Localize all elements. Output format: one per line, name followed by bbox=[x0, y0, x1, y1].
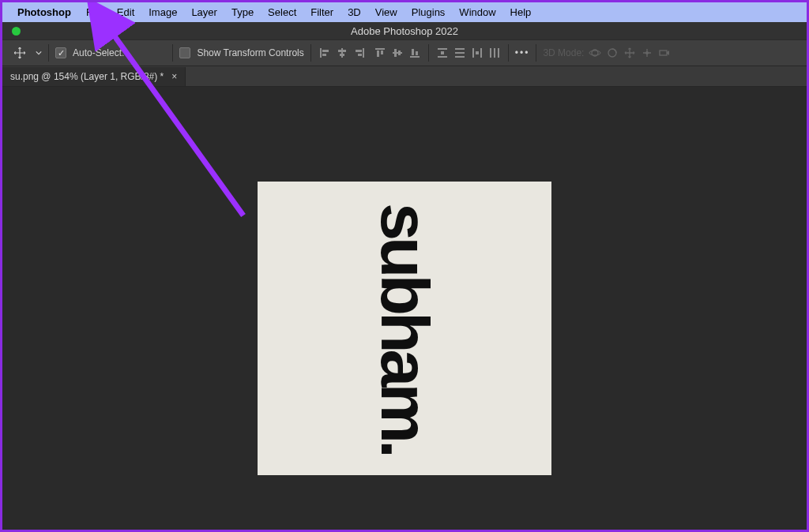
menu-help[interactable]: Help bbox=[503, 6, 539, 18]
svg-rect-19 bbox=[438, 56, 447, 58]
3d-pan-icon bbox=[623, 47, 636, 59]
options-bar: Auto-Select: Show Transform Controls •••… bbox=[2, 39, 807, 66]
move-tool-icon[interactable] bbox=[10, 43, 29, 62]
svg-rect-22 bbox=[455, 52, 465, 54]
document-tab[interactable]: su.png @ 154% (Layer 1, RGB/8#) * × bbox=[2, 67, 186, 86]
align-vcenter-icon[interactable] bbox=[390, 46, 404, 60]
svg-rect-8 bbox=[358, 54, 362, 56]
3d-camera-icon bbox=[658, 47, 671, 59]
menu-file[interactable]: File bbox=[79, 6, 110, 18]
svg-rect-16 bbox=[412, 49, 414, 55]
svg-rect-13 bbox=[394, 49, 397, 57]
svg-point-31 bbox=[589, 51, 600, 55]
3d-mode-label: 3D Mode: bbox=[543, 47, 584, 58]
document-tab-label: su.png @ 154% (Layer 1, RGB/8#) * bbox=[10, 71, 164, 82]
3d-mode-group: 3D Mode: bbox=[543, 47, 671, 59]
divider bbox=[508, 44, 509, 62]
svg-rect-15 bbox=[410, 56, 420, 58]
svg-rect-11 bbox=[381, 51, 383, 54]
menu-view[interactable]: View bbox=[368, 6, 404, 18]
divider bbox=[48, 44, 49, 62]
divider bbox=[428, 44, 429, 62]
divider bbox=[536, 44, 536, 62]
distribute-left-icon[interactable] bbox=[487, 46, 502, 60]
align-bottom-icon[interactable] bbox=[408, 46, 422, 60]
svg-rect-4 bbox=[338, 50, 346, 52]
svg-rect-24 bbox=[472, 48, 474, 58]
menu-type[interactable]: Type bbox=[224, 6, 261, 18]
menu-layer[interactable]: Layer bbox=[184, 6, 224, 18]
svg-rect-21 bbox=[455, 48, 465, 50]
document-tabbar: su.png @ 154% (Layer 1, RGB/8#) * × bbox=[2, 66, 807, 87]
menu-app[interactable]: Photoshop bbox=[10, 6, 79, 18]
show-transform-checkbox[interactable] bbox=[179, 47, 190, 58]
svg-rect-12 bbox=[393, 52, 402, 54]
tool-dropdown-caret[interactable] bbox=[36, 50, 42, 56]
svg-rect-3 bbox=[341, 48, 343, 58]
svg-rect-26 bbox=[476, 51, 479, 54]
distribute-top-icon[interactable] bbox=[435, 46, 450, 60]
align-group-2 bbox=[373, 46, 422, 60]
menu-image[interactable]: Image bbox=[141, 6, 184, 18]
distribute-vcenter-icon[interactable] bbox=[453, 46, 467, 60]
align-top-icon[interactable] bbox=[373, 46, 387, 60]
svg-rect-34 bbox=[660, 51, 667, 55]
window-title: Adobe Photoshop 2022 bbox=[351, 25, 458, 37]
align-group-1 bbox=[318, 46, 367, 60]
svg-rect-14 bbox=[398, 51, 401, 55]
svg-rect-18 bbox=[438, 48, 447, 50]
menu-select[interactable]: Select bbox=[261, 6, 303, 18]
svg-rect-20 bbox=[441, 51, 444, 54]
workspace[interactable]: subham. bbox=[5, 87, 804, 527]
svg-rect-7 bbox=[356, 50, 362, 52]
menu-filter[interactable]: Filter bbox=[303, 6, 341, 18]
align-left-icon[interactable] bbox=[318, 46, 332, 60]
auto-select-checkbox[interactable] bbox=[55, 47, 66, 58]
canvas-text: subham. bbox=[366, 203, 444, 455]
svg-point-33 bbox=[645, 51, 649, 54]
divider bbox=[172, 44, 173, 62]
menu-3d[interactable]: 3D bbox=[341, 6, 368, 18]
menu-plugins[interactable]: Plugins bbox=[404, 6, 453, 18]
align-hcenter-icon[interactable] bbox=[335, 46, 349, 60]
svg-rect-2 bbox=[322, 54, 326, 56]
tab-close-icon[interactable]: × bbox=[171, 71, 177, 82]
svg-rect-17 bbox=[416, 51, 418, 55]
distribute-bottom-icon[interactable] bbox=[470, 46, 484, 60]
menu-edit[interactable]: Edit bbox=[110, 6, 141, 18]
3d-slide-icon bbox=[641, 47, 653, 59]
svg-rect-1 bbox=[322, 50, 329, 52]
3d-roll-icon bbox=[606, 47, 619, 59]
svg-rect-5 bbox=[340, 54, 344, 56]
show-transform-label: Show Transform Controls bbox=[197, 47, 303, 58]
svg-rect-25 bbox=[480, 48, 482, 58]
svg-rect-0 bbox=[320, 48, 322, 58]
menu-window[interactable]: Window bbox=[452, 6, 502, 18]
svg-rect-6 bbox=[363, 48, 364, 58]
3d-orbit-icon bbox=[589, 47, 601, 59]
more-options-icon[interactable]: ••• bbox=[515, 47, 530, 58]
align-right-icon[interactable] bbox=[352, 46, 367, 60]
auto-select-label: Auto-Select: bbox=[73, 47, 124, 58]
svg-rect-10 bbox=[377, 51, 379, 57]
divider bbox=[310, 44, 311, 62]
menubar: Photoshop File Edit Image Layer Type Sel… bbox=[2, 2, 807, 22]
svg-rect-27 bbox=[490, 48, 491, 58]
svg-rect-28 bbox=[494, 48, 495, 58]
canvas[interactable]: subham. bbox=[258, 182, 551, 475]
distribute-group bbox=[435, 46, 502, 60]
svg-rect-9 bbox=[375, 48, 385, 50]
window-titlebar: Adobe Photoshop 2022 bbox=[2, 22, 807, 39]
traffic-light-green[interactable] bbox=[12, 27, 21, 36]
svg-rect-29 bbox=[498, 48, 499, 58]
svg-rect-23 bbox=[455, 56, 465, 58]
